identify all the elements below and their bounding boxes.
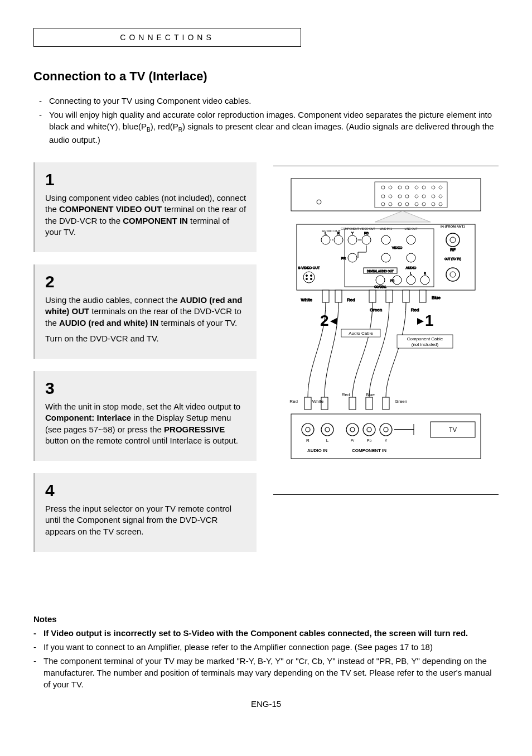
bold-frag: COMPONENT VIDEO OUT (59, 204, 162, 214)
svg-point-6 (405, 186, 409, 189)
step-number: 4 (45, 481, 246, 500)
dash: - (33, 655, 43, 690)
svg-point-17 (432, 195, 435, 198)
lbl-white2: White (312, 399, 324, 404)
arrow-right-icon (330, 318, 337, 325)
lbl-blue: Blue (432, 295, 441, 300)
svg-point-23 (415, 203, 418, 206)
svg-point-4 (389, 186, 392, 189)
svg-rect-62 (349, 397, 356, 410)
lbl-r2: R (424, 272, 426, 275)
note-item: - If Video output is incorrectly set to … (33, 627, 499, 639)
lbl-in: IN (FROM ANT.) (441, 225, 465, 228)
connection-diagram: AUDIO OUT COMPONENT VIDEO OUT LINE IN 1 … (273, 166, 499, 495)
svg-point-16 (422, 195, 425, 198)
text-frag: terminals of your TV. (158, 318, 237, 328)
lbl-audio: AUDIO (405, 266, 416, 269)
badge-2: 2 (320, 312, 329, 329)
note-item: - The component terminal of your TV may … (33, 655, 499, 690)
svg-point-26 (439, 203, 442, 206)
svg-rect-54 (369, 290, 376, 302)
lbl-line-in1: LINE IN 1 (380, 227, 392, 230)
lbl-red2: Red (411, 307, 419, 312)
text-frag: Using the audio cables, connect the (45, 295, 180, 305)
svg-point-20 (389, 203, 392, 206)
dash: - (39, 95, 49, 107)
step-body: With the unit in stop mode, set the Alt … (45, 401, 246, 446)
svg-point-31 (348, 235, 357, 244)
lbl-green2: Green (395, 399, 407, 404)
svg-point-35 (407, 235, 415, 244)
svg-point-49 (450, 237, 456, 243)
dash: - (33, 627, 43, 639)
svg-point-70 (346, 423, 359, 436)
step-2: 2 Using the audio cables, connect the AU… (33, 264, 257, 359)
svg-point-7 (415, 186, 418, 189)
lbl-tv-pr: Pr (351, 439, 355, 442)
svg-point-12 (389, 195, 392, 198)
lbl-y: Y (351, 232, 354, 235)
lbl-svideo-out: S-VIDEO OUT (298, 266, 320, 269)
intro-text: Connecting to your TV using Component vi… (49, 95, 499, 107)
lbl-tv-r: R (306, 438, 309, 443)
intro-item: - Connecting to your TV using Component … (39, 95, 499, 107)
lbl-tv-pb: Pb (367, 439, 372, 442)
diagram-column: AUDIO OUT COMPONENT VIDEO OUT LINE IN 1 … (273, 162, 499, 564)
svg-point-45 (311, 275, 312, 277)
lbl-digital-audio-out: DIGITAL AUDIO OUT (367, 269, 394, 273)
subscript: R (178, 127, 182, 133)
text-frag: With the unit in stop mode, set the Alt … (45, 402, 240, 411)
svg-point-9 (432, 186, 435, 189)
lbl-tv-y: Y (385, 439, 388, 442)
note-text: The component terminal of your TV may be… (43, 655, 499, 690)
note-text: If you want to connect to an Amplifier, … (43, 641, 499, 653)
text-frag: button on the remote control until Inter… (45, 436, 238, 445)
lbl-red4: Red (342, 392, 350, 397)
lbl-component-cable: Component Cable (407, 336, 443, 341)
step-number: 3 (45, 379, 246, 398)
svg-point-25 (432, 203, 435, 206)
note-bold: If Video output is incorrectly set to S-… (43, 628, 468, 638)
svg-point-30 (334, 235, 343, 244)
badge-1: 1 (425, 312, 434, 329)
lbl-component-in: COMPONENT IN (352, 448, 386, 453)
step-body: Using component video cables (not includ… (45, 192, 246, 238)
page-number: ENG-15 (33, 699, 499, 709)
lbl-audio-cable: Audio Cable (349, 331, 373, 336)
lbl-line-out: LINE OUT (404, 227, 417, 230)
svg-point-73 (367, 427, 371, 432)
svg-rect-56 (403, 290, 409, 302)
svg-point-32 (362, 235, 371, 244)
text-frag: ), red(P (151, 122, 178, 131)
svg-point-41 (407, 276, 415, 285)
step-body: Press the input selector on your TV remo… (45, 503, 246, 537)
lbl-tv: TV (449, 426, 457, 433)
intro-text: You will enjoy high quality and accurate… (49, 109, 499, 146)
lbl-l2: L (410, 272, 412, 275)
lbl-white: White (301, 297, 313, 302)
svg-point-69 (325, 427, 330, 432)
svg-rect-63 (366, 397, 373, 410)
svg-point-46 (306, 278, 308, 280)
svg-point-74 (380, 423, 392, 436)
bold-frag: Component: Interlace (45, 413, 131, 422)
diagram-svg: AUDIO OUT COMPONENT VIDEO OUT LINE IN 1 … (286, 174, 486, 487)
lbl-out-to-tv: OUT (TO TV) (444, 257, 461, 261)
svg-point-8 (422, 186, 425, 189)
step-text: Turn on the DVD-VCR and TV. (45, 333, 246, 344)
svg-point-3 (381, 186, 385, 189)
section-heading: Connection to a TV (Interlace) (33, 69, 499, 84)
svg-point-34 (381, 235, 390, 244)
step-text: Press the input selector on your TV remo… (45, 503, 246, 537)
svg-point-11 (381, 195, 385, 198)
step-number: 1 (45, 170, 246, 189)
svg-point-13 (398, 195, 402, 198)
svg-point-33 (348, 253, 357, 262)
dash: - (39, 109, 49, 146)
svg-point-42 (420, 276, 429, 285)
svg-point-71 (350, 427, 355, 432)
bold-frag: PROGRESSIVE (164, 425, 225, 434)
svg-point-68 (321, 423, 333, 436)
dash: - (33, 641, 43, 653)
svg-point-36 (381, 253, 390, 262)
